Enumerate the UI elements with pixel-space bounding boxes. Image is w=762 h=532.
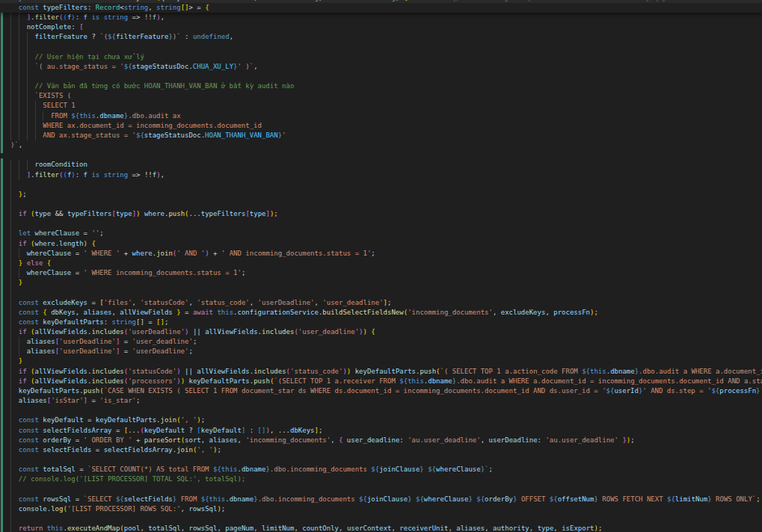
code-line[interactable]: if (allViewFields.includes('statusCode')… — [0, 367, 762, 377]
code-editor[interactable]: ].filter((f): f is string => !!f), notCo… — [0, 0, 762, 532]
code-line[interactable] — [0, 288, 762, 297]
code-line[interactable]: const keyDefaultParts: string[] = []; — [0, 318, 762, 327]
code-token: dbKeys — [51, 309, 76, 316]
code-token: ; — [489, 466, 493, 473]
code-line[interactable]: ].filter((f): f is string => !!f), — [0, 170, 762, 180]
code-line[interactable]: AND ax.stage_status = '${stageStatusDoc.… — [0, 131, 762, 140]
code-line[interactable]: if (where.length) { — [0, 239, 762, 249]
code-token: push — [420, 368, 436, 375]
git-gutter-bar-segment[interactable] — [1, 158, 3, 532]
code-line[interactable]: const selectFieldsArray = [...(keyDefaul… — [0, 426, 762, 436]
code-token: notComplete — [27, 23, 72, 31]
git-gutter-bar-segment[interactable] — [1, 13, 3, 153]
indent-guide — [10, 474, 11, 484]
code-line[interactable]: WHERE ax.document_id = incomming_documen… — [0, 121, 762, 131]
indent-guide — [10, 426, 11, 436]
code-line[interactable] — [0, 200, 762, 209]
code-line[interactable]: aliases['userDeadline'] = 'user_deadline… — [0, 337, 762, 347]
indent-guide — [10, 347, 11, 356]
code-line[interactable]: const excludeKeys = ['files', 'statusCod… — [0, 298, 762, 308]
code-token: { — [47, 259, 51, 267]
indent-guide — [10, 180, 11, 190]
code-line[interactable]: filterFeature ? `(${filterFeature})` : u… — [0, 32, 762, 42]
code-line[interactable] — [0, 514, 762, 524]
code-line[interactable]: )`, — [0, 140, 762, 150]
code-line[interactable]: aliases['userDeadline'] = 'userDeadline'… — [0, 347, 762, 356]
code-line[interactable]: // console.log('[LIST PROCESSOR] TOTAL S… — [0, 474, 762, 484]
code-line[interactable]: // Văn bản đã từng có bước HOAN_THANH_VA… — [0, 81, 762, 91]
code-line[interactable]: notComplete: [ — [0, 22, 762, 32]
code-token: undefined — [193, 33, 230, 40]
code-line[interactable]: ].filter((f): f is string => !!f), — [0, 13, 762, 22]
code-line[interactable]: `( au.stage_status = '${stageStatusDoc.C… — [0, 62, 762, 72]
code-line[interactable]: const rowsSql = `SELECT ${selectFields} … — [0, 495, 762, 504]
code-token: , — [314, 299, 322, 306]
code-token: , — [161, 13, 165, 21]
indent-guide — [10, 298, 11, 308]
code-line[interactable]: // User hiện tại chưa xử lý — [0, 52, 762, 62]
code-token: ROWS FETCH NEXT — [598, 495, 667, 503]
code-line[interactable]: whereClause = ' WHERE ' + where.join(' A… — [0, 249, 762, 259]
code-line[interactable]: if (allViewFields.includes('userDeadline… — [0, 327, 762, 337]
code-line[interactable]: const { dbKeys, aliases, allViewFields }… — [0, 308, 762, 318]
code-line[interactable]: if (type && typeFilters[type]) where.pus… — [0, 209, 762, 219]
code-token: const — [19, 4, 43, 11]
indent-guide — [10, 495, 11, 504]
code-line[interactable]: if (allViewFields.includes('processors')… — [0, 377, 762, 386]
code-line[interactable]: const keyDefault = keyDefaultParts.join(… — [0, 415, 762, 425]
code-token: 'user_deadline' — [132, 338, 193, 345]
code-token: = — [87, 397, 99, 404]
indent-guide — [27, 101, 28, 111]
code-line[interactable]: } — [0, 278, 762, 288]
code-token: ${ — [606, 387, 615, 395]
code-line[interactable]: FROM ${this.dbname}.dbo.audit ax — [0, 111, 762, 121]
code-token: if — [19, 377, 27, 385]
indent-guide — [35, 111, 36, 121]
code-line[interactable] — [0, 485, 762, 495]
code-line[interactable]: } else { — [0, 259, 762, 268]
code-token: filterFeature — [116, 33, 168, 40]
indent-guide — [10, 72, 11, 81]
code-token: , — [485, 525, 493, 532]
code-line[interactable]: const orderBy = ' ORDER BY ' + parseSort… — [0, 436, 762, 445]
code-token: keyDefaultParts — [188, 377, 249, 385]
code-line[interactable]: console.log('[LIST PROCESSOR] ROWS SQL:'… — [0, 504, 762, 514]
sticky-scroll-header[interactable]: async listDocumentsMainProcessByUnit(que… — [0, 0, 762, 13]
code-line[interactable] — [0, 406, 762, 415]
code-token: = — [120, 338, 132, 345]
code-line[interactable] — [0, 180, 762, 190]
code-token: 'userDeadline' — [132, 347, 189, 355]
code-line[interactable]: SELECT 1 — [0, 101, 762, 111]
code-line[interactable]: const selectFields = selectFieldsArray.j… — [0, 445, 762, 455]
code-token: this — [408, 377, 424, 385]
code-token: joinClause — [367, 495, 408, 503]
code-token — [10, 309, 19, 316]
code-line[interactable] — [0, 42, 762, 52]
sticky-scroll-line[interactable]: const typeFilters: Record<string, string… — [0, 3, 762, 13]
code-token: ; — [217, 446, 221, 454]
code-token: user_deadline — [347, 436, 399, 444]
code-token: if — [19, 368, 27, 375]
code-token: , — [254, 525, 262, 532]
code-line[interactable]: const totalSql = `SELECT COUNT(*) AS tot… — [0, 465, 762, 474]
code-token: 'au.user_deadline' — [408, 436, 481, 444]
code-content[interactable]: ].filter((f): f is string => !!f), notCo… — [0, 13, 762, 532]
code-line[interactable]: } — [0, 356, 762, 366]
code-token: string — [124, 4, 149, 11]
code-token: = — [76, 466, 87, 473]
code-token: FROM — [51, 112, 71, 120]
code-line[interactable]: whereClause = ' WHERE incomming_document… — [0, 268, 762, 278]
code-line[interactable] — [0, 150, 762, 160]
code-line[interactable]: keyDefaultParts.push(`CASE WHEN EXISTS (… — [0, 386, 762, 396]
code-line[interactable]: aliases['isStar'] = 'is_star'; — [0, 396, 762, 406]
code-line[interactable] — [0, 455, 762, 465]
code-line[interactable]: return this.executeAndMap(pool, totalSql… — [0, 524, 762, 532]
code-line[interactable]: let whereClause = ''; — [0, 229, 762, 238]
code-token: if — [19, 328, 27, 335]
code-token: query — [161, 0, 181, 1]
code-line[interactable]: }; — [0, 190, 762, 200]
code-line[interactable] — [0, 72, 762, 81]
code-line[interactable]: `EXISTS ( — [0, 91, 762, 101]
code-line[interactable]: roomCondition — [0, 160, 762, 170]
code-line[interactable] — [0, 219, 762, 229]
